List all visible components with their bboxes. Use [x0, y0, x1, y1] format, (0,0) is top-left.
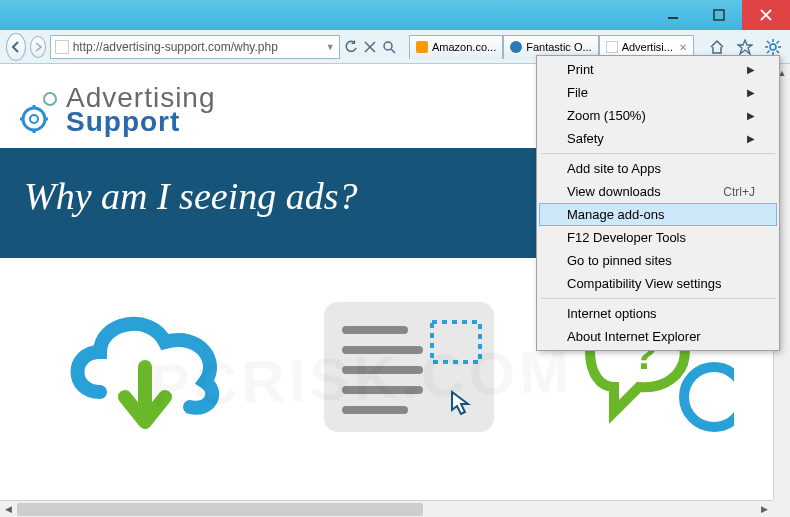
site-logo: Advertising Support [20, 82, 216, 138]
scroll-right-icon[interactable]: ▶ [756, 501, 773, 517]
address-bar[interactable]: ▼ [50, 35, 340, 59]
menu-file[interactable]: File▶ [539, 81, 777, 104]
forward-button[interactable] [30, 36, 46, 58]
menu-separator [541, 153, 775, 154]
svg-point-6 [384, 42, 392, 50]
svg-point-17 [23, 108, 45, 130]
submenu-arrow-icon: ▶ [747, 87, 755, 98]
menu-internet-options[interactable]: Internet options [539, 302, 777, 325]
svg-rect-1 [714, 10, 724, 20]
close-tab-icon[interactable]: ✕ [679, 42, 687, 53]
menu-pinned-sites[interactable]: Go to pinned sites [539, 249, 777, 272]
menu-zoom[interactable]: Zoom (150%)▶ [539, 104, 777, 127]
submenu-arrow-icon: ▶ [747, 64, 755, 75]
minimize-button[interactable] [650, 0, 696, 30]
menu-separator [541, 298, 775, 299]
scroll-thumb[interactable] [17, 503, 423, 516]
svg-line-14 [776, 50, 779, 53]
close-button[interactable] [742, 0, 790, 30]
cloud-download-icon [55, 297, 235, 437]
amazon-favicon [416, 41, 428, 53]
menu-safety[interactable]: Safety▶ [539, 127, 777, 150]
tab-label: Amazon.co... [432, 41, 496, 53]
gear-icon [20, 83, 60, 137]
tab-label: Advertisi... [622, 41, 673, 53]
submenu-arrow-icon: ▶ [747, 133, 755, 144]
tools-menu: Print▶ File▶ Zoom (150%)▶ Safety▶ Add si… [536, 55, 780, 351]
svg-point-23 [44, 93, 56, 105]
svg-line-15 [767, 50, 770, 53]
stop-button[interactable] [363, 36, 378, 58]
search-button[interactable] [382, 36, 397, 58]
submenu-arrow-icon: ▶ [747, 110, 755, 121]
horizontal-scrollbar[interactable]: ◀ ▶ [0, 500, 773, 517]
maximize-button[interactable] [696, 0, 742, 30]
menu-add-site[interactable]: Add site to Apps [539, 157, 777, 180]
dropdown-icon[interactable]: ▼ [326, 42, 335, 52]
url-input[interactable] [73, 40, 326, 54]
refresh-button[interactable] [344, 36, 359, 58]
window-titlebar [0, 0, 790, 30]
svg-point-18 [30, 115, 38, 123]
scroll-corner [773, 500, 790, 517]
svg-line-7 [391, 49, 395, 53]
site-favicon [55, 40, 69, 54]
keyboard-shortcut: Ctrl+J [723, 185, 755, 199]
ie-favicon [510, 41, 522, 53]
menu-view-downloads[interactable]: View downloadsCtrl+J [539, 180, 777, 203]
scroll-left-icon[interactable]: ◀ [0, 501, 17, 517]
scroll-track[interactable] [17, 501, 756, 517]
svg-line-16 [776, 41, 779, 44]
tab-label: Fantastic O... [526, 41, 591, 53]
menu-about-ie[interactable]: About Internet Explorer [539, 325, 777, 348]
svg-point-8 [770, 44, 776, 50]
menu-f12[interactable]: F12 Developer Tools [539, 226, 777, 249]
menu-compat-view[interactable]: Compatibility View settings [539, 272, 777, 295]
back-button[interactable] [6, 33, 26, 61]
svg-point-32 [684, 367, 734, 427]
menu-manage-addons[interactable]: Manage add-ons [539, 203, 777, 226]
menu-print[interactable]: Print▶ [539, 58, 777, 81]
page-select-icon [304, 292, 504, 442]
page-favicon [606, 41, 618, 53]
tab-amazon[interactable]: Amazon.co... [409, 35, 503, 59]
svg-line-13 [767, 41, 770, 44]
